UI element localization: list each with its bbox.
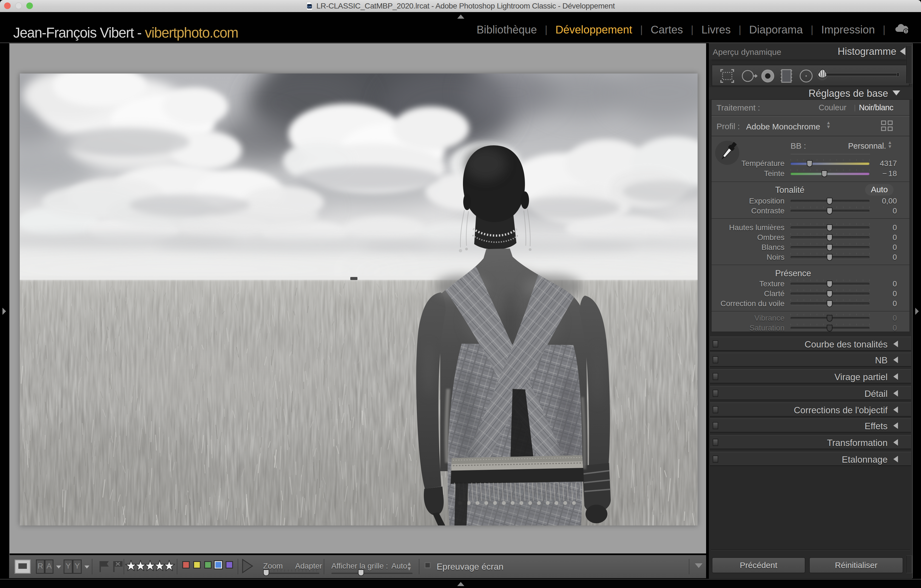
- svg-text:Lrc: Lrc: [308, 5, 311, 8]
